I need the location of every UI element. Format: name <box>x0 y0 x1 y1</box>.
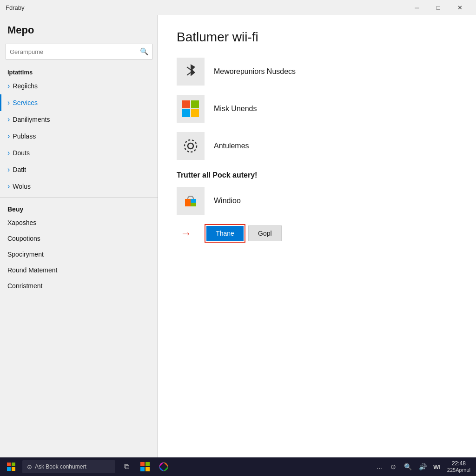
sidebar-item-regiichs[interactable]: › Regiichs <box>0 78 158 94</box>
svg-rect-13 <box>140 462 145 466</box>
settings-icon <box>182 138 199 154</box>
sidebar: Меро 🔍 iptattims › Regiichs › Services ›… <box>0 15 158 457</box>
start-button[interactable] <box>2 457 20 476</box>
bullet-icon: › <box>7 115 10 124</box>
sidebar-item-coupotions[interactable]: Coupotions <box>0 231 158 246</box>
sidebar-item-daniliyments[interactable]: › Daniliyments <box>0 111 158 128</box>
taskbar-app-icon-2[interactable] <box>154 457 173 476</box>
tray-icon-network[interactable]: ⊙ <box>386 457 401 476</box>
windows-icon <box>182 100 199 117</box>
taskbar: ⊙ Ask Book conhumert ⧉ ... ⊙ 🔍 🔊 W <box>0 457 476 476</box>
maximize-button[interactable]: □ <box>428 0 449 15</box>
sidebar-header: Меро <box>0 15 158 40</box>
sidebar-item-conristment[interactable]: Conristment <box>0 278 158 294</box>
windows-icon-container <box>177 95 205 123</box>
tray-icon-search[interactable]: 🔍 <box>401 457 416 476</box>
clock-time: 22:48 <box>452 460 466 467</box>
svg-rect-8 <box>191 203 196 206</box>
clock-date: 225Aprnul <box>447 467 470 473</box>
content-section-title: Trutter all Pock autery! <box>177 171 457 179</box>
primary-button[interactable]: Thane <box>206 226 244 241</box>
content-item-bluetooth-label: Meworepuniors Nusdecs <box>214 67 296 76</box>
sidebar-section-1-title: iptattims <box>0 63 158 78</box>
taskbar-windows-icon <box>140 462 150 471</box>
bullet-icon: › <box>7 182 10 191</box>
search-input[interactable] <box>6 48 136 55</box>
sidebar-item-round-matement[interactable]: Round Matement <box>0 262 158 278</box>
sidebar-divider <box>0 198 158 198</box>
sidebar-items-group-2: Xaposhes Coupotions Spociryment Round Ma… <box>0 215 158 294</box>
svg-point-4 <box>185 140 197 152</box>
tray-dots-button[interactable]: ... <box>373 457 386 476</box>
bluetooth-icon-container <box>177 58 205 86</box>
taskbar-color-wheel-icon <box>159 462 168 471</box>
task-view-button[interactable]: ⧉ <box>117 457 136 476</box>
svg-line-2 <box>187 73 191 75</box>
sidebar-section-2-title: Beuy <box>0 201 158 215</box>
sidebar-item-datlt[interactable]: › Datlt <box>0 161 158 178</box>
sidebar-item-publass[interactable]: › Publass <box>0 128 158 145</box>
windows-start-icon <box>7 463 15 471</box>
close-button[interactable]: ✕ <box>449 0 470 15</box>
sidebar-item-xaposhes[interactable]: Xaposhes <box>0 215 158 231</box>
sidebar-item-wolus[interactable]: › Wolus <box>0 178 158 195</box>
search-icon[interactable]: 🔍 <box>136 44 152 60</box>
svg-rect-9 <box>7 463 11 466</box>
window-title: Fdraby <box>6 4 24 11</box>
svg-rect-16 <box>145 467 150 471</box>
content-item-store-label: Windioo <box>214 197 241 205</box>
secondary-button[interactable]: Gopl <box>248 225 282 241</box>
content-item-windows-label: Misk Unends <box>214 105 257 113</box>
store-icon <box>182 192 199 209</box>
button-area: → Thane Gopl <box>205 224 457 243</box>
taskbar-search-text: Ask Book conhumert <box>35 463 86 470</box>
minimize-button[interactable]: ─ <box>406 0 428 15</box>
content-item-store[interactable]: Windioo <box>177 187 457 215</box>
sidebar-item-spociryment[interactable]: Spociryment <box>0 246 158 262</box>
sidebar-items-group-1: › Regiichs › Services › Daniliyments › P… <box>0 78 158 195</box>
svg-point-3 <box>188 143 193 149</box>
svg-rect-7 <box>191 199 196 203</box>
bullet-icon: › <box>7 149 10 157</box>
title-bar: Fdraby ─ □ ✕ <box>0 0 476 15</box>
sidebar-item-douts[interactable]: › Douts <box>0 145 158 161</box>
button-highlight-box: Thane <box>205 224 245 243</box>
taskbar-tray: ... ⊙ 🔍 🔊 WI 22:48 225Aprnul <box>373 457 474 476</box>
arrow-indicator: → <box>180 227 192 240</box>
sidebar-item-services[interactable]: › Services <box>0 94 158 111</box>
svg-rect-11 <box>7 467 11 471</box>
svg-rect-12 <box>12 467 15 471</box>
taskbar-search[interactable]: ⊙ Ask Book conhumert <box>22 460 115 473</box>
svg-marker-0 <box>191 64 195 76</box>
tray-icon-volume[interactable]: 🔊 <box>416 457 430 476</box>
svg-line-1 <box>187 67 191 70</box>
content-top-items: Meworepuniors Nusdecs Misk Unends <box>177 58 457 160</box>
store-icon-container <box>177 187 205 215</box>
svg-rect-15 <box>140 467 145 471</box>
taskbar-clock[interactable]: 22:48 225Aprnul <box>443 457 474 476</box>
page-title: Batlumer wii-fi <box>177 30 457 45</box>
bullet-icon: › <box>7 99 10 107</box>
svg-rect-6 <box>185 199 191 206</box>
bullet-icon: › <box>7 165 10 174</box>
svg-rect-10 <box>12 463 15 466</box>
svg-rect-14 <box>145 462 150 466</box>
content-pane: Batlumer wii-fi Meworepuniors Nusdecs <box>158 15 476 457</box>
taskbar-app-icon-1[interactable] <box>136 457 154 476</box>
content-item-settings-label: Antulemes <box>214 142 249 150</box>
bullet-icon: › <box>7 82 10 90</box>
sidebar-right-border <box>158 15 158 457</box>
content-item-windows[interactable]: Misk Unends <box>177 95 457 123</box>
tray-wi-label[interactable]: WI <box>430 457 443 476</box>
search-box: 🔍 <box>6 44 152 60</box>
settings-icon-container <box>177 132 205 160</box>
content-item-settings[interactable]: Antulemes <box>177 132 457 160</box>
bullet-icon: › <box>7 132 10 140</box>
content-item-bluetooth[interactable]: Meworepuniors Nusdecs <box>177 58 457 86</box>
bluetooth-icon <box>182 63 199 80</box>
taskbar-search-circle-icon: ⊙ <box>27 463 32 470</box>
